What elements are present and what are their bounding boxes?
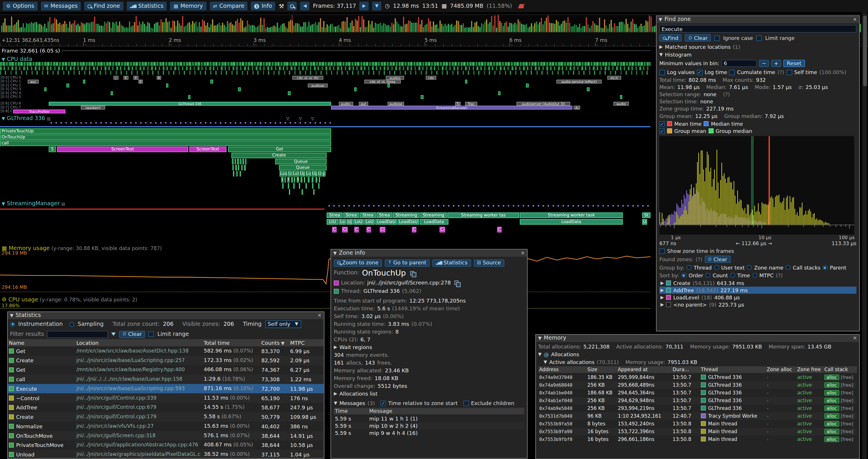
cpu-zone[interactable]: GLThread 336 — [49, 102, 331, 106]
thread-zone[interactable]: Up — [312, 171, 317, 176]
cpu-activity-texture[interactable] — [0, 66, 651, 70]
filter-input[interactable] — [48, 331, 108, 338]
alloc-button[interactable]: alloc — [824, 436, 839, 442]
checkbox[interactable] — [729, 69, 735, 75]
statistics-row[interactable]: Createjni/../jni/src/guif/Control.cpp:17… — [8, 412, 324, 422]
thread-zone[interactable]: ScreenText — [57, 147, 188, 152]
streaming-zone[interactable]: Strea — [343, 212, 359, 218]
thread-zone[interactable]: Lo — [306, 171, 311, 176]
radio[interactable] — [714, 265, 719, 270]
message-dots[interactable] — [327, 205, 651, 207]
frame-menu-button[interactable]: ▼ — [372, 2, 382, 11]
thread-zone[interactable]: ( — [301, 177, 303, 183]
cpu-zone[interactable] — [587, 88, 590, 91]
statistics-row[interactable]: Executejni/../jni/src/claw/base/LuaScrip… — [8, 384, 324, 394]
allocation-row[interactable]: 0x7553b9fa508 bytes153,492,240ns13:50.8M… — [538, 420, 857, 428]
thread-zone[interactable] — [233, 171, 234, 176]
thread-zone[interactable] — [235, 159, 236, 164]
thread-zone[interactable]: Up — [300, 171, 305, 176]
memory-usage-graph[interactable] — [0, 250, 651, 291]
thread-zone[interactable] — [306, 183, 307, 189]
cpu-zone[interactable]: audio — [614, 102, 629, 106]
cpu-zone[interactable]: E — [133, 76, 138, 79]
streaming-zone[interactable]: Streaming — [420, 212, 447, 218]
column-header[interactable]: Address — [539, 367, 586, 372]
cpu-zone[interactable] — [526, 84, 529, 87]
streaming-zone[interactable]: LoadDaU — [375, 219, 397, 225]
zone-info-titlebar[interactable]: ▼ Zone info × — [331, 250, 527, 257]
search-query-input[interactable] — [659, 25, 857, 33]
checkbox[interactable] — [659, 69, 665, 75]
section-cpu-usage[interactable]: ⚙ CPU usage (y-range: 0.78%, visible dat… — [2, 297, 137, 303]
radio[interactable] — [706, 273, 710, 278]
thread-zone[interactable] — [282, 183, 283, 189]
message-row[interactable]: 5.59 smip 10 w 2 h 2 (4) — [334, 422, 524, 429]
thread-zone[interactable]: Loa — [279, 171, 287, 176]
cpu-zone[interactable]: Ti — [455, 102, 460, 106]
copy-icon[interactable] — [455, 281, 458, 285]
collapse-icon[interactable]: ▼ — [334, 400, 337, 406]
allocation-row[interactable]: 0x74ab1be040186.68 KB294,645,364ns13:50.… — [538, 389, 857, 397]
toolbar-button-memory[interactable]: ▦Memory — [170, 2, 206, 11]
thread-zone[interactable]: S — [49, 147, 56, 152]
close-icon[interactable]: × — [317, 313, 322, 319]
thread-zone[interactable] — [240, 159, 241, 164]
cpu-activity-texture[interactable] — [0, 62, 651, 66]
collapse-marker-icon[interactable]: ▽ — [286, 117, 289, 122]
found-zone-row[interactable]: ▶Create(54,131)643.34 ms — [659, 280, 857, 287]
thread-zone[interactable] — [235, 165, 237, 170]
toolbar-button-find-zone[interactable]: Find zone — [84, 2, 123, 11]
thread-zone[interactable] — [302, 189, 303, 195]
thread-zone[interactable] — [245, 159, 246, 164]
thread-zone[interactable] — [238, 165, 239, 170]
close-icon[interactable]: × — [853, 335, 857, 341]
found-zone-row[interactable]: ▶AddTree(18,542)227.19 ms — [659, 287, 857, 294]
cpu-zone[interactable] — [288, 91, 291, 95]
found-zone-row[interactable]: ▶LoadLevel(18)406.88 µs — [659, 294, 857, 301]
column-header[interactable]: Counts ▼ — [261, 339, 288, 346]
cpu-zone[interactable] — [166, 84, 168, 87]
statistics-row[interactable]: Createjni/../jni/src/claw/base/LuaScript… — [8, 356, 324, 365]
thread-zone[interactable]: OnTouchUp — [0, 134, 331, 140]
column-header[interactable]: Appeared at — [618, 367, 671, 372]
streaming-zone[interactable]: LoadData — [520, 219, 623, 225]
thread-zone[interactable] — [288, 183, 289, 189]
checkbox[interactable]: ✓ — [697, 69, 702, 75]
radio[interactable] — [752, 273, 757, 278]
collapse-icon[interactable]: ▼ — [538, 335, 541, 341]
cpu-zone[interactable]: cds_ol_rx_thr — [292, 76, 323, 79]
thread-zone[interactable]: ( — [308, 177, 310, 183]
exclude-children-checkbox[interactable] — [463, 400, 469, 406]
time-relative-checkbox[interactable]: ✓ — [380, 400, 386, 406]
thread-zone[interactable] — [304, 177, 305, 183]
thread-zone[interactable]: PrivateTouchUp — [0, 128, 331, 134]
close-icon[interactable]: × — [853, 17, 857, 23]
zone-info-button-source[interactable]: ▤Source — [474, 259, 504, 266]
ignore-case-checkbox[interactable] — [714, 35, 720, 40]
thread-zone[interactable] — [240, 171, 241, 176]
cpu-zone[interactable] — [421, 95, 424, 99]
checkbox[interactable] — [786, 69, 792, 75]
vertical-scrollbar[interactable] — [861, 12, 867, 459]
statistics-row[interactable]: Unloadjni/../jni/src/claw/graphics/pixel… — [8, 450, 324, 458]
thread-zone[interactable] — [313, 189, 314, 195]
clear-filter-button[interactable]: ∅Clear — [119, 331, 145, 338]
thread-zone[interactable]: U — [318, 171, 321, 176]
section-streaming-manager[interactable]: ▼ StreamingManager ▤ — [2, 200, 65, 207]
clear-results-button[interactable]: ∅Clear — [685, 34, 711, 41]
thread-zone[interactable] — [318, 183, 319, 189]
statistics-row[interactable]: ~Controljni/../jni/src/guif/Control.cpp:… — [8, 393, 324, 403]
toolbar-button-messages[interactable]: ✉Messages — [41, 2, 81, 11]
thread-zone[interactable]: Create — [231, 153, 327, 158]
streaming-zone[interactable]: Streaming worker tas — [447, 212, 519, 218]
cpu-zone[interactable] — [354, 88, 357, 91]
streaming-zone[interactable]: C — [367, 227, 371, 232]
thread-zone[interactable] — [232, 165, 234, 170]
thread-zone[interactable]: U — [288, 171, 291, 176]
cpu-zone[interactable]: StreamingManager — [331, 106, 572, 109]
streaming-zone[interactable]: Strea — [327, 212, 343, 218]
alloc-button[interactable]: alloc — [824, 429, 839, 434]
message-dots[interactable] — [49, 122, 331, 124]
cpu-zone[interactable]: audio. — [339, 102, 353, 106]
toolbar-button-info[interactable]: iInfo — [251, 2, 275, 11]
